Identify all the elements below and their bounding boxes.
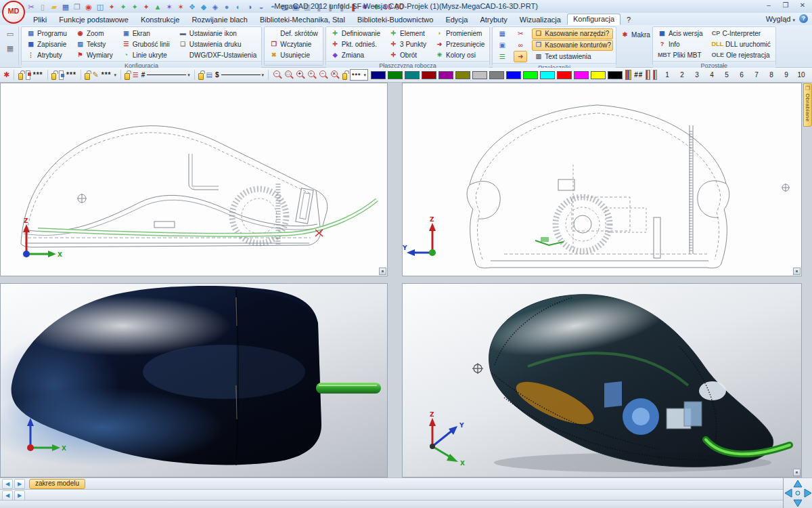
color-swatch[interactable] — [523, 71, 538, 79]
group-icon[interactable] — [59, 70, 64, 80]
ribbon-button[interactable]: ❒ Wczytanie — [267, 39, 320, 49]
lock-icon[interactable] — [18, 73, 23, 80]
color-swatch[interactable] — [540, 71, 555, 79]
ribbon-button[interactable]: ➜ Przesunięcie — [433, 39, 487, 49]
quick-access-icon[interactable]: ✦ — [129, 1, 140, 12]
menu-item[interactable]: Biblioteki-Mechanika, Stal — [254, 14, 351, 25]
pen-number-label[interactable]: ## — [634, 71, 643, 79]
pen-number[interactable]: 3 — [690, 71, 704, 79]
ribbon-button[interactable]: DWG/DXF-Ustawienia — [177, 49, 258, 60]
color-swatch[interactable] — [405, 71, 420, 79]
toggle-icon-button[interactable]: ✂ — [514, 28, 527, 39]
ribbon-button[interactable]: ✳ Kolory osi — [433, 49, 487, 60]
ribbon-button[interactable]: ? Info — [656, 39, 705, 49]
model-tab[interactable]: zakres modelu — [29, 479, 85, 489]
viewport-bottom-left[interactable]: Y X — [0, 283, 388, 478]
lock-icon[interactable] — [51, 73, 56, 80]
zoom-tool-icon[interactable]: − — [273, 70, 282, 80]
ribbon-button[interactable]: ❏ Ustawienia druku — [177, 39, 258, 49]
obrabiane-side-tab[interactable]: ❐ Obrabiane — [803, 83, 812, 127]
zoom-tool-icon[interactable]: + — [307, 70, 317, 80]
menu-item[interactable]: Funkcje podstawowe — [53, 14, 135, 25]
tab-scroll-left-icon[interactable]: ◀ — [2, 479, 13, 489]
quick-access-icon[interactable]: ✂ — [26, 1, 37, 12]
pen-number[interactable]: 9 — [779, 71, 794, 79]
ribbon-mini-icon[interactable]: ▦ — [5, 43, 16, 54]
menu-item[interactable]: Pliki — [27, 14, 53, 25]
zoom-tool-icon[interactable]: ✦ — [296, 70, 305, 80]
ribbon-mini-icon[interactable]: ▭ — [5, 28, 16, 39]
help-icon[interactable]: ? — [799, 14, 808, 23]
group-value[interactable]: *** — [66, 71, 76, 79]
color-swatch[interactable] — [371, 71, 386, 79]
ribbon-button[interactable]: ◉ Zoom — [74, 28, 115, 39]
ribbon-button[interactable]: ✛ Definiowanie — [329, 28, 382, 39]
linetype-icon[interactable]: ▤ — [206, 71, 212, 79]
toggle-icon-button[interactable]: ▦ — [495, 28, 509, 39]
color-swatch[interactable] — [422, 71, 436, 79]
color-swatch[interactable] — [438, 71, 453, 79]
zoom-tool-icon[interactable]: − — [319, 70, 328, 80]
color-swatch[interactable] — [489, 71, 504, 79]
pen-number[interactable]: 2 — [675, 71, 690, 79]
color-list-icon[interactable] — [646, 70, 650, 80]
redraw-icon[interactable]: ✱ — [3, 70, 9, 79]
viewport-corner-handle[interactable] — [793, 268, 800, 275]
ribbon-button[interactable]: MBT Pliki MBT — [656, 49, 705, 60]
ribbon-button[interactable]: ✛ Pkt. odnieś. — [329, 39, 382, 49]
ribbon-button[interactable]: ◗ Promieniem — [433, 28, 487, 39]
pen-number[interactable]: 4 — [704, 71, 719, 79]
pan-compass[interactable] — [784, 478, 812, 508]
menu-item[interactable]: ? — [621, 14, 637, 25]
ribbon-button[interactable]: ▣ Ekran — [120, 28, 172, 39]
color-swatch[interactable] — [557, 71, 572, 79]
minimize-button[interactable]: – — [763, 1, 774, 9]
quick-access-icon[interactable]: ❖ — [187, 1, 198, 12]
ribbon-button[interactable]: ❒ Kasowanie konturów? — [532, 40, 613, 51]
zoom-tool-icon[interactable]: ✕ — [330, 70, 340, 80]
menu-item[interactable]: Biblioteki-Budownictwo — [351, 14, 440, 25]
ribbon-button[interactable]: ◔ Linie ukryte — [120, 49, 172, 60]
viewport-top-right[interactable]: Z Y — [402, 83, 802, 276]
ribbon-button[interactable]: ▨ Teksty — [74, 39, 115, 49]
ribbon-button[interactable]: CP C-Interpreter — [709, 28, 772, 39]
ribbon-button[interactable]: ◆ Zmiana — [329, 49, 382, 60]
ribbon-button[interactable]: Def. skrótów — [267, 28, 320, 39]
makra-button[interactable]: ✱ Makra — [618, 29, 652, 40]
toggle-icon-button[interactable]: ☰ — [495, 51, 509, 62]
menu-item[interactable]: Wizualizacja — [514, 14, 567, 25]
pen-number[interactable]: 8 — [764, 71, 779, 79]
pen-icon[interactable]: ✎ — [93, 70, 99, 79]
lock-icon[interactable] — [342, 73, 347, 80]
quick-access-icon[interactable]: ▦ — [60, 1, 71, 12]
pen-number[interactable]: 10 — [794, 71, 809, 79]
quick-access-icon[interactable]: ✶ — [164, 1, 175, 12]
quick-access-icon[interactable]: ✦ — [141, 1, 152, 12]
quick-access-icon[interactable]: ✦ — [106, 1, 117, 12]
quick-access-icon[interactable]: ❐ — [72, 1, 83, 12]
ribbon-button[interactable]: ▦ Acis wersja — [656, 28, 705, 39]
ribbon-button[interactable]: ▬ Ustawianie ikon — [177, 28, 258, 39]
toggle-icon-button[interactable]: ▣ — [495, 39, 509, 51]
tab-scroll-right-icon[interactable]: ▶ — [14, 479, 25, 489]
pen-number[interactable]: 5 — [719, 71, 734, 79]
pen-value[interactable]: *** — [102, 71, 112, 79]
menu-item[interactable]: Atrybuty — [474, 14, 513, 25]
zoom-tool-icon[interactable]: □ — [284, 70, 294, 80]
ribbon-button[interactable]: ▤ Programu — [24, 28, 69, 39]
ribbon-button[interactable]: ☰ Grubość linii — [120, 39, 172, 49]
linetype-selector[interactable]: $ ▾ — [215, 71, 264, 79]
menu-item[interactable]: Konstrukcje — [135, 14, 185, 25]
color-swatch[interactable] — [388, 71, 403, 79]
viewport-top-left[interactable]: Z X — [0, 83, 388, 276]
quick-access-icon[interactable]: ◫ — [95, 1, 106, 12]
quick-access-icon[interactable]: ◉ — [83, 1, 94, 12]
color-swatch[interactable] — [472, 71, 487, 79]
ribbon-button[interactable]: ⚑ Wymiary — [74, 49, 115, 60]
menu-item[interactable]: Rozwijanie blach — [185, 14, 254, 25]
ribbon-button[interactable]: OLE Ole rejestracja — [709, 49, 772, 60]
ribbon-button[interactable]: ✛ Element — [387, 28, 428, 39]
ribbon-button[interactable]: ✛ Obrót — [387, 49, 428, 60]
color-swatch[interactable] — [591, 71, 606, 79]
quick-access-icon[interactable]: ✶ — [175, 1, 186, 12]
